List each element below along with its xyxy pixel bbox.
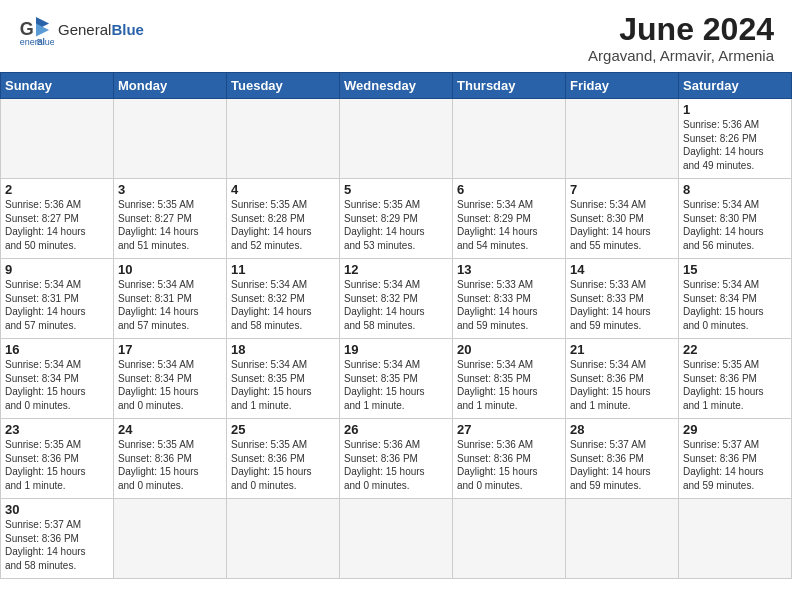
day-number: 25 [231, 422, 335, 437]
day-number: 21 [570, 342, 674, 357]
day-info: Sunrise: 5:37 AM Sunset: 8:36 PM Dayligh… [683, 438, 787, 492]
calendar-day-cell: 11Sunrise: 5:34 AM Sunset: 8:32 PM Dayli… [227, 259, 340, 339]
day-info: Sunrise: 5:35 AM Sunset: 8:28 PM Dayligh… [231, 198, 335, 252]
day-info: Sunrise: 5:34 AM Sunset: 8:36 PM Dayligh… [570, 358, 674, 412]
weekday-header-tuesday: Tuesday [227, 73, 340, 99]
day-info: Sunrise: 5:34 AM Sunset: 8:34 PM Dayligh… [5, 358, 109, 412]
day-number: 7 [570, 182, 674, 197]
location-subtitle: Argavand, Armavir, Armenia [588, 47, 774, 64]
weekday-header-wednesday: Wednesday [340, 73, 453, 99]
calendar-day-cell: 13Sunrise: 5:33 AM Sunset: 8:33 PM Dayli… [453, 259, 566, 339]
weekday-header-sunday: Sunday [1, 73, 114, 99]
day-info: Sunrise: 5:34 AM Sunset: 8:34 PM Dayligh… [118, 358, 222, 412]
calendar-day-cell [453, 499, 566, 579]
calendar-day-cell [114, 499, 227, 579]
calendar-day-cell: 30Sunrise: 5:37 AM Sunset: 8:36 PM Dayli… [1, 499, 114, 579]
calendar-day-cell: 25Sunrise: 5:35 AM Sunset: 8:36 PM Dayli… [227, 419, 340, 499]
day-info: Sunrise: 5:34 AM Sunset: 8:30 PM Dayligh… [570, 198, 674, 252]
day-info: Sunrise: 5:34 AM Sunset: 8:35 PM Dayligh… [231, 358, 335, 412]
calendar-day-cell: 14Sunrise: 5:33 AM Sunset: 8:33 PM Dayli… [566, 259, 679, 339]
day-info: Sunrise: 5:34 AM Sunset: 8:31 PM Dayligh… [118, 278, 222, 332]
day-number: 8 [683, 182, 787, 197]
calendar-day-cell: 2Sunrise: 5:36 AM Sunset: 8:27 PM Daylig… [1, 179, 114, 259]
day-info: Sunrise: 5:33 AM Sunset: 8:33 PM Dayligh… [457, 278, 561, 332]
calendar-day-cell: 18Sunrise: 5:34 AM Sunset: 8:35 PM Dayli… [227, 339, 340, 419]
day-number: 28 [570, 422, 674, 437]
generalblue-logo-icon: G eneral Blue [18, 12, 54, 48]
day-info: Sunrise: 5:34 AM Sunset: 8:29 PM Dayligh… [457, 198, 561, 252]
day-info: Sunrise: 5:34 AM Sunset: 8:35 PM Dayligh… [344, 358, 448, 412]
day-info: Sunrise: 5:34 AM Sunset: 8:31 PM Dayligh… [5, 278, 109, 332]
day-info: Sunrise: 5:35 AM Sunset: 8:36 PM Dayligh… [118, 438, 222, 492]
calendar-day-cell: 17Sunrise: 5:34 AM Sunset: 8:34 PM Dayli… [114, 339, 227, 419]
calendar-header: SundayMondayTuesdayWednesdayThursdayFrid… [1, 73, 792, 99]
calendar-day-cell: 6Sunrise: 5:34 AM Sunset: 8:29 PM Daylig… [453, 179, 566, 259]
day-number: 5 [344, 182, 448, 197]
calendar-day-cell: 8Sunrise: 5:34 AM Sunset: 8:30 PM Daylig… [679, 179, 792, 259]
day-number: 11 [231, 262, 335, 277]
day-number: 29 [683, 422, 787, 437]
calendar-day-cell: 7Sunrise: 5:34 AM Sunset: 8:30 PM Daylig… [566, 179, 679, 259]
day-number: 27 [457, 422, 561, 437]
day-info: Sunrise: 5:35 AM Sunset: 8:27 PM Dayligh… [118, 198, 222, 252]
calendar-day-cell: 23Sunrise: 5:35 AM Sunset: 8:36 PM Dayli… [1, 419, 114, 499]
calendar-day-cell [1, 99, 114, 179]
calendar-day-cell: 5Sunrise: 5:35 AM Sunset: 8:29 PM Daylig… [340, 179, 453, 259]
day-number: 13 [457, 262, 561, 277]
calendar-day-cell: 28Sunrise: 5:37 AM Sunset: 8:36 PM Dayli… [566, 419, 679, 499]
calendar-day-cell [566, 99, 679, 179]
day-info: Sunrise: 5:34 AM Sunset: 8:35 PM Dayligh… [457, 358, 561, 412]
calendar-week-row: 23Sunrise: 5:35 AM Sunset: 8:36 PM Dayli… [1, 419, 792, 499]
day-info: Sunrise: 5:34 AM Sunset: 8:32 PM Dayligh… [231, 278, 335, 332]
title-block: June 2024 Argavand, Armavir, Armenia [588, 12, 774, 64]
calendar-day-cell: 15Sunrise: 5:34 AM Sunset: 8:34 PM Dayli… [679, 259, 792, 339]
calendar-day-cell: 24Sunrise: 5:35 AM Sunset: 8:36 PM Dayli… [114, 419, 227, 499]
calendar-week-row: 9Sunrise: 5:34 AM Sunset: 8:31 PM Daylig… [1, 259, 792, 339]
day-number: 22 [683, 342, 787, 357]
calendar-day-cell [340, 499, 453, 579]
day-number: 14 [570, 262, 674, 277]
day-number: 2 [5, 182, 109, 197]
day-number: 26 [344, 422, 448, 437]
day-info: Sunrise: 5:37 AM Sunset: 8:36 PM Dayligh… [570, 438, 674, 492]
day-number: 19 [344, 342, 448, 357]
calendar-day-cell [453, 99, 566, 179]
calendar-week-row: 2Sunrise: 5:36 AM Sunset: 8:27 PM Daylig… [1, 179, 792, 259]
calendar-day-cell: 12Sunrise: 5:34 AM Sunset: 8:32 PM Dayli… [340, 259, 453, 339]
day-number: 15 [683, 262, 787, 277]
day-info: Sunrise: 5:37 AM Sunset: 8:36 PM Dayligh… [5, 518, 109, 572]
calendar-day-cell [114, 99, 227, 179]
day-number: 23 [5, 422, 109, 437]
calendar-day-cell: 22Sunrise: 5:35 AM Sunset: 8:36 PM Dayli… [679, 339, 792, 419]
day-info: Sunrise: 5:35 AM Sunset: 8:36 PM Dayligh… [231, 438, 335, 492]
calendar-table: SundayMondayTuesdayWednesdayThursdayFrid… [0, 72, 792, 579]
day-info: Sunrise: 5:34 AM Sunset: 8:30 PM Dayligh… [683, 198, 787, 252]
calendar-day-cell: 20Sunrise: 5:34 AM Sunset: 8:35 PM Dayli… [453, 339, 566, 419]
day-number: 17 [118, 342, 222, 357]
logo-blue: Blue [111, 21, 144, 38]
day-info: Sunrise: 5:36 AM Sunset: 8:26 PM Dayligh… [683, 118, 787, 172]
calendar-day-cell: 26Sunrise: 5:36 AM Sunset: 8:36 PM Dayli… [340, 419, 453, 499]
day-number: 30 [5, 502, 109, 517]
calendar-day-cell [227, 99, 340, 179]
calendar-day-cell [679, 499, 792, 579]
calendar-day-cell: 1Sunrise: 5:36 AM Sunset: 8:26 PM Daylig… [679, 99, 792, 179]
svg-text:G: G [20, 19, 34, 39]
day-number: 6 [457, 182, 561, 197]
day-info: Sunrise: 5:36 AM Sunset: 8:36 PM Dayligh… [457, 438, 561, 492]
day-number: 3 [118, 182, 222, 197]
day-number: 18 [231, 342, 335, 357]
day-number: 10 [118, 262, 222, 277]
day-number: 24 [118, 422, 222, 437]
day-number: 16 [5, 342, 109, 357]
day-number: 1 [683, 102, 787, 117]
day-info: Sunrise: 5:36 AM Sunset: 8:27 PM Dayligh… [5, 198, 109, 252]
calendar-day-cell: 10Sunrise: 5:34 AM Sunset: 8:31 PM Dayli… [114, 259, 227, 339]
calendar-week-row: 16Sunrise: 5:34 AM Sunset: 8:34 PM Dayli… [1, 339, 792, 419]
day-info: Sunrise: 5:34 AM Sunset: 8:32 PM Dayligh… [344, 278, 448, 332]
weekday-header-row: SundayMondayTuesdayWednesdayThursdayFrid… [1, 73, 792, 99]
day-info: Sunrise: 5:35 AM Sunset: 8:29 PM Dayligh… [344, 198, 448, 252]
svg-text:Blue: Blue [37, 37, 54, 47]
calendar-day-cell [340, 99, 453, 179]
calendar-day-cell: 27Sunrise: 5:36 AM Sunset: 8:36 PM Dayli… [453, 419, 566, 499]
